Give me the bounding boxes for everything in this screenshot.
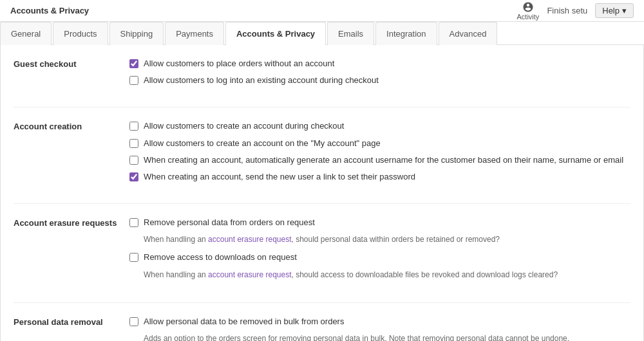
tab-payments[interactable]: Payments	[165, 22, 224, 45]
checkbox-row: Allow customers to create an account on …	[129, 138, 630, 149]
ae1-help-text: When handling an account erasure request…	[144, 234, 630, 245]
divider	[14, 302, 630, 303]
ac2-checkbox[interactable]	[129, 139, 138, 148]
checkbox-row: Remove access to downloads on request	[129, 252, 630, 263]
ac3-label[interactable]: When creating an account, automatically …	[144, 154, 623, 166]
tabs-bar: General Products Shipping Payments Accou…	[0, 22, 644, 45]
topbar-title: Accounts & Privacy	[10, 6, 89, 15]
checkbox-row: When creating an account, automatically …	[129, 154, 630, 166]
chevron-down-icon: ▾	[622, 6, 627, 15]
gc2-checkbox[interactable]	[129, 76, 138, 85]
checkbox-row: Allow personal data to be removed in bul…	[129, 316, 630, 327]
ac1-label[interactable]: Allow customers to create an account dur…	[144, 120, 344, 132]
guest-checkout-section: Guest checkout Allow customers to place …	[14, 58, 630, 91]
activity-icon	[522, 1, 534, 13]
personal-data-removal-label: Personal data removal	[14, 316, 129, 342]
gc1-label[interactable]: Allow customers to place orders without …	[144, 58, 334, 69]
checkbox-row: Remove personal data from orders on requ…	[129, 217, 630, 228]
account-erasure-options: Remove personal data from orders on requ…	[129, 217, 630, 286]
tab-integration[interactable]: Integration	[375, 22, 437, 45]
account-erasure-link-2[interactable]: account erasure request	[208, 270, 291, 279]
ac4-label[interactable]: When creating an account, send the new u…	[144, 171, 415, 183]
tab-accounts-privacy[interactable]: Accounts & Privacy	[225, 22, 326, 45]
ae2-label[interactable]: Remove access to downloads on request	[144, 252, 297, 263]
account-erasure-label: Account erasure requests	[14, 217, 129, 286]
account-erasure-section: Account erasure requests Remove personal…	[14, 217, 630, 286]
checkbox-row: Allow customers to place orders without …	[129, 58, 630, 69]
ae2-help-text: When handling an account erasure request…	[144, 269, 630, 281]
gc1-checkbox[interactable]	[129, 59, 138, 68]
ae1-label[interactable]: Remove personal data from orders on requ…	[144, 217, 315, 228]
pdr1-help-text: Adds an option to the orders screen for …	[144, 333, 630, 341]
tab-advanced[interactable]: Advanced	[439, 22, 498, 45]
account-creation-options: Allow customers to create an account dur…	[129, 120, 630, 188]
guest-checkout-label: Guest checkout	[14, 58, 129, 91]
guest-checkout-options: Allow customers to place orders without …	[129, 58, 630, 91]
checkbox-row: When creating an account, send the new u…	[129, 171, 630, 183]
gc2-label[interactable]: Allow customers to log into an existing …	[144, 75, 379, 86]
finish-setup-label: Finish setu	[547, 6, 587, 15]
account-creation-label: Account creation	[14, 120, 129, 188]
settings-content: Guest checkout Allow customers to place …	[0, 45, 644, 341]
ae1-checkbox[interactable]	[129, 218, 138, 227]
tab-emails[interactable]: Emails	[327, 22, 374, 45]
help-dropdown[interactable]: Help ▾	[595, 3, 634, 18]
account-creation-section: Account creation Allow customers to crea…	[14, 120, 630, 188]
activity-label: Activity	[517, 13, 540, 21]
tab-general[interactable]: General	[0, 22, 52, 45]
account-erasure-link-1[interactable]: account erasure request	[208, 235, 291, 244]
checkbox-row: Allow customers to create an account dur…	[129, 120, 630, 132]
topbar-right: Activity Finish setu Help ▾	[517, 1, 634, 21]
divider	[14, 107, 630, 107]
pdr1-label[interactable]: Allow personal data to be removed in bul…	[144, 316, 344, 327]
tab-products[interactable]: Products	[53, 22, 108, 45]
ac2-label[interactable]: Allow customers to create an account on …	[144, 138, 381, 149]
topbar: Accounts & Privacy Activity Finish setu …	[0, 0, 644, 22]
personal-data-removal-section: Personal data removal Allow personal dat…	[14, 316, 630, 342]
help-label: Help	[602, 6, 620, 15]
ac4-checkbox[interactable]	[129, 172, 138, 181]
pdr1-checkbox[interactable]	[129, 317, 138, 326]
ac3-checkbox[interactable]	[129, 156, 138, 165]
ae2-checkbox[interactable]	[129, 253, 138, 262]
ac1-checkbox[interactable]	[129, 122, 138, 131]
personal-data-removal-options: Allow personal data to be removed in bul…	[129, 316, 630, 342]
activity-button[interactable]: Activity	[517, 1, 540, 21]
tab-shipping[interactable]: Shipping	[109, 22, 164, 45]
divider	[14, 203, 630, 204]
checkbox-row: Allow customers to log into an existing …	[129, 75, 630, 86]
